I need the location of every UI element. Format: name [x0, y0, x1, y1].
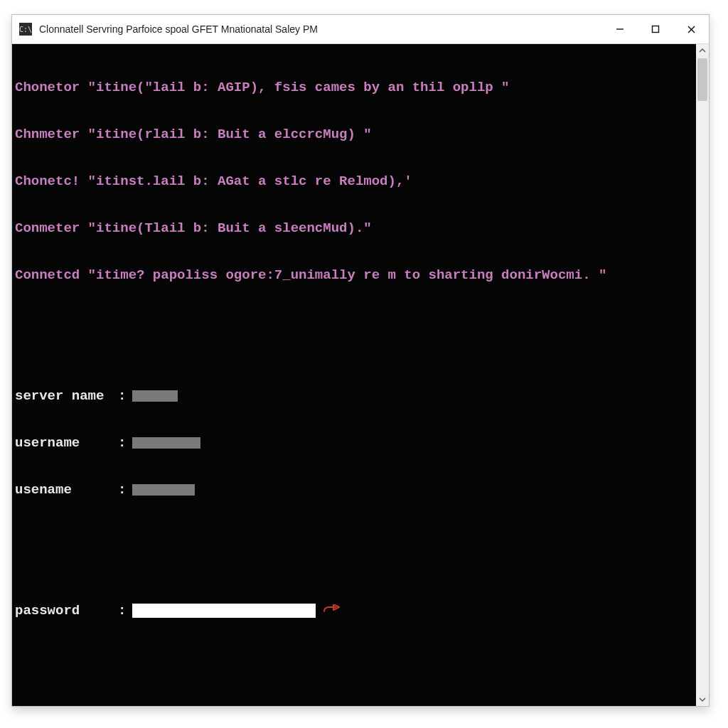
log-line: Conmeter "itine(Tlail b: Buit a sleencMu…	[15, 220, 693, 236]
field-label: password	[15, 603, 118, 619]
field-label: username	[15, 435, 118, 451]
field-label: usename	[15, 482, 118, 498]
chevron-down-icon	[699, 696, 706, 703]
scroll-up-button[interactable]	[696, 44, 709, 57]
log-line: Chonetc! "itinst.lail b: AGat a stlc re …	[15, 173, 693, 189]
field-server-name: server name:	[15, 388, 693, 404]
console-output[interactable]: Chonetor "itine("lail b: AGIP), fsis cam…	[12, 44, 696, 706]
maximize-icon	[651, 25, 660, 33]
client-area: Chonetor "itine("lail b: AGIP), fsis cam…	[12, 44, 709, 706]
window-title: Clonnatell Servring Parfoice spoal GFET …	[39, 23, 318, 35]
chevron-up-icon	[699, 47, 706, 54]
field-label: server name	[15, 388, 118, 404]
close-button[interactable]	[673, 15, 709, 43]
app-icon: C:\	[19, 23, 32, 36]
masked-value	[132, 484, 195, 496]
masked-value	[132, 437, 200, 449]
console-window: C:\ Clonnatell Servring Parfoice spoal G…	[11, 14, 710, 707]
maximize-button[interactable]	[638, 15, 673, 43]
password-input[interactable]	[132, 604, 316, 618]
log-line: Chonetor "itine("lail b: AGIP), fsis cam…	[15, 80, 693, 95]
svg-rect-1	[653, 26, 659, 33]
scrollbar-thumb[interactable]	[697, 58, 707, 101]
scroll-down-button[interactable]	[696, 693, 709, 706]
enter-arrow-icon	[323, 604, 343, 617]
minimize-button[interactable]	[602, 15, 638, 43]
field-password-active: password:	[15, 603, 693, 619]
scrollbar-track[interactable]	[696, 57, 709, 693]
log-line: Connetcd "itime? papoliss ogore:7_unimal…	[15, 267, 693, 283]
field-usename: usename:	[15, 482, 693, 498]
titlebar: C:\ Clonnatell Servring Parfoice spoal G…	[12, 15, 709, 44]
minimize-icon	[616, 25, 624, 33]
field-username: username:	[15, 435, 693, 451]
log-line: Chnmeter "itine(rlail b: Buit a elccrcMu…	[15, 127, 693, 142]
vertical-scrollbar[interactable]	[696, 44, 709, 706]
close-icon	[687, 25, 696, 34]
masked-value	[132, 390, 178, 402]
